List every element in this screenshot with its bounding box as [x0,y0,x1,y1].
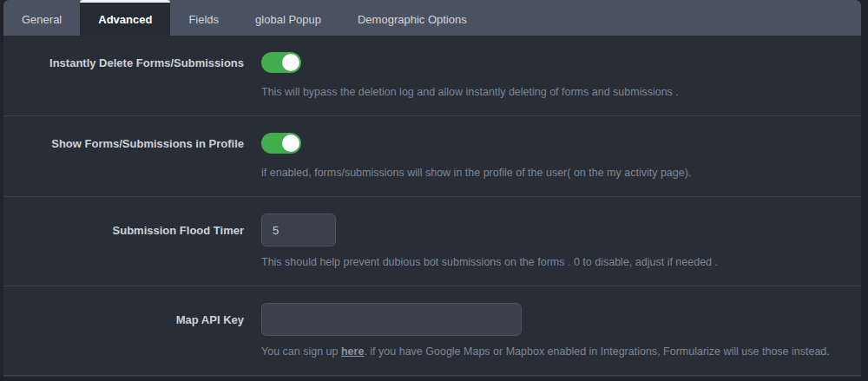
toggle-knob [282,54,299,71]
setting-row-map-api-key: Map API Key You can sign up here. if you… [3,286,861,375]
tab-general[interactable]: General [3,0,80,36]
map-api-key-input[interactable] [261,303,522,336]
show-in-profile-toggle[interactable] [261,133,301,154]
tab-global-popup[interactable]: global Popup [237,0,339,36]
settings-panel: General Advanced Fields global Popup Dem… [3,0,861,377]
flood-timer-input[interactable] [261,213,336,246]
setting-label: Submission Flood Timer [3,213,261,268]
setting-description: This will bypass the deletion log and al… [261,86,861,98]
setting-control: This should help prevent dubious bot sub… [261,213,861,268]
setting-row-flood-timer: Submission Flood Timer This should help … [3,196,861,286]
setting-label: Map API Key [3,303,261,358]
tab-demographic-options[interactable]: Demographic Options [339,0,485,36]
tab-bar: General Advanced Fields global Popup Dem… [3,0,861,36]
setting-description: This should help prevent dubious bot sub… [261,256,861,268]
setting-label: Show Forms/Submissions in Profile [3,133,261,179]
setting-control: if enabled, forms/submissions will show … [261,133,861,179]
setting-control: You can sign up here. if you have Google… [261,303,861,358]
setting-row-instant-delete: Instantly Delete Forms/Submissions This … [3,36,861,115]
tab-advanced[interactable]: Advanced [80,0,170,36]
setting-description: You can sign up here. if you have Google… [261,345,861,358]
setting-label: Instantly Delete Forms/Submissions [3,52,261,98]
signup-here-link[interactable]: here [341,345,364,358]
toggle-knob [282,135,299,152]
footer-bar: Save [3,375,861,377]
setting-description: if enabled, forms/submissions will show … [261,167,861,179]
tab-fields[interactable]: Fields [170,0,237,36]
settings-content: Instantly Delete Forms/Submissions This … [3,36,861,375]
instant-delete-toggle[interactable] [261,52,301,73]
description-text-before: You can sign up [261,345,341,358]
description-text-after: . if you have Google Maps or Mapbox enab… [364,345,829,358]
setting-control: This will bypass the deletion log and al… [261,52,861,98]
setting-row-show-in-profile: Show Forms/Submissions in Profile if ena… [3,115,861,196]
